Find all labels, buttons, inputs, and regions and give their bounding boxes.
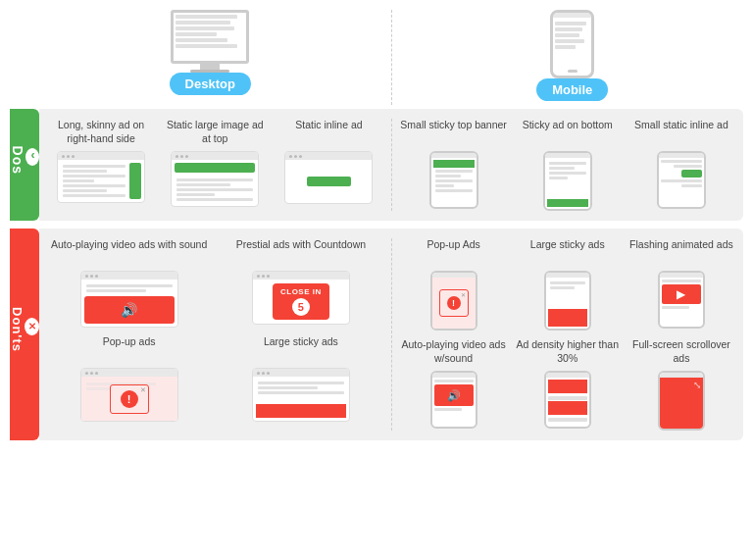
item-popup-mobile: Pop-up Ads ! ✕: [400, 238, 508, 331]
item-large-sticky-desktop: Large sticky ads: [219, 335, 382, 422]
close-in-box: CLOSE IN 5: [273, 283, 329, 320]
browser-mock-long-skinny: [57, 151, 145, 203]
item-popup-desktop: Pop-up ads ✕ !: [47, 335, 211, 422]
dos-icon: ›: [25, 148, 39, 166]
item-static-large: Static large image ad at top: [161, 119, 269, 211]
donts-content: Auto-playing video ads with sound 🔊: [39, 229, 743, 440]
item-small-static-inline: Small static inline ad: [628, 119, 735, 211]
phone-mock-sticky-bottom: [543, 151, 592, 211]
main-container: Desktop Mobile: [0, 0, 753, 458]
donts-label: Don'ts ✕: [10, 229, 39, 440]
mobile-illustration: [550, 10, 594, 78]
browser-mock-popup: ✕ !: [80, 368, 178, 422]
dos-label: Dos ›: [10, 109, 39, 221]
phone-mock-auto-video: 🔊: [430, 371, 477, 429]
browser-mock-large-sticky: [252, 368, 350, 422]
item-large-sticky-mobile: Large sticky ads: [514, 238, 622, 331]
phone-mock-flashing: ▶: [658, 271, 705, 329]
phone-mock-large-sticky: [544, 271, 591, 331]
close-in-text: CLOSE IN: [280, 287, 322, 296]
item-auto-video: Auto-playing video ads with sound 🔊: [47, 238, 211, 328]
item-small-sticky-top: Small sticky top banner: [400, 119, 508, 211]
close-in-number: 5: [292, 298, 310, 316]
browser-mock-static-large: [171, 151, 259, 207]
phone-mock-sticky-top: [429, 151, 478, 209]
desktop-monitor: [171, 10, 249, 64]
dos-content: Long, skinny ad on right-hand side: [39, 109, 743, 221]
item-auto-video-mobile: Auto-playing video ads w/sound 🔊: [400, 338, 508, 431]
item-static-inline: Static inline ad: [275, 119, 382, 211]
phone-mock-full-screen: ⤡: [658, 371, 705, 431]
item-full-screen: Full-screen scrollover ads ⤡: [628, 338, 735, 431]
donts-section: Don'ts ✕ Auto-playing video ads with sou…: [10, 229, 743, 440]
phone-mock-popup: ! ✕: [430, 271, 477, 331]
item-ad-density: Ad density higher than 30%: [514, 338, 622, 431]
phone-mock-static-inline: [657, 151, 706, 209]
browser-mock-auto-video: 🔊: [80, 271, 178, 328]
desktop-badge: Desktop: [170, 73, 251, 95]
donts-label-text: Don'ts: [10, 307, 25, 352]
phone-mock-ad-density: [544, 371, 591, 429]
item-sticky-bottom: Sticky ad on bottom: [514, 119, 622, 211]
mobile-badge: Mobile: [536, 78, 608, 101]
browser-mock-prestial: CLOSE IN 5: [252, 271, 350, 325]
desktop-illustration: [171, 10, 249, 73]
dos-label-text: Dos: [10, 145, 25, 174]
mobile-phone-large: [550, 10, 594, 78]
item-long-skinny: Long, skinny ad on right-hand side: [47, 119, 155, 211]
donts-icon: ✕: [25, 318, 39, 335]
browser-mock-static-inline: [284, 151, 373, 204]
item-flashing: Flashing animated ads ▶: [628, 238, 735, 331]
dos-section: Dos › Long, skinny ad on right-hand side: [10, 109, 743, 221]
item-prestial: Prestial ads with Countdown CLOSE IN 5: [219, 238, 382, 328]
